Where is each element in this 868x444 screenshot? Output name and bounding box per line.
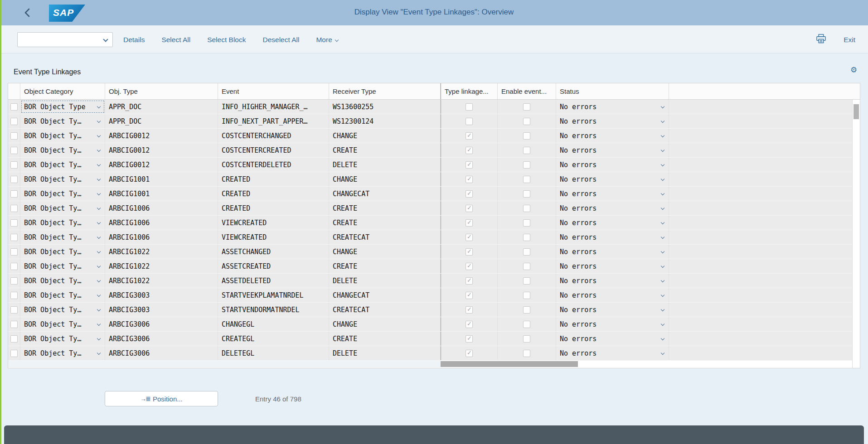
object-category-select[interactable]: BOR Object Ty… (20, 259, 105, 273)
status-select[interactable]: No errors (556, 303, 669, 317)
row-select-checkbox[interactable] (10, 277, 18, 285)
status-select[interactable]: No errors (556, 288, 669, 302)
status-select[interactable]: No errors (556, 245, 669, 259)
object-category-select[interactable]: BOR Object Ty… (20, 187, 105, 201)
row-select-checkbox[interactable] (10, 263, 18, 270)
vertical-scrollbar-thumb[interactable] (853, 104, 859, 119)
status-select[interactable]: No errors (556, 346, 669, 360)
object-category-select[interactable]: BOR Object Ty… (20, 288, 105, 302)
row-select-checkbox[interactable] (10, 306, 18, 314)
enable-event-checkbox[interactable] (523, 219, 530, 227)
print-button[interactable] (816, 34, 826, 45)
row-select-checkbox[interactable] (10, 335, 18, 343)
object-category-select[interactable]: BOR Object Ty… (20, 114, 105, 128)
type-linkage-checkbox[interactable] (466, 103, 473, 111)
header-obj-type[interactable]: Obj. Type (105, 83, 218, 99)
row-select-checkbox[interactable] (10, 132, 18, 140)
header-type-linkage[interactable]: Type linkage... (441, 83, 498, 99)
status-select[interactable]: No errors (556, 187, 669, 201)
enable-event-checkbox[interactable] (523, 176, 530, 183)
row-select-checkbox[interactable] (10, 118, 18, 125)
status-select[interactable]: No errors (556, 129, 669, 143)
enable-event-checkbox[interactable] (523, 292, 530, 299)
type-linkage-checkbox[interactable] (466, 306, 473, 314)
gear-icon[interactable]: ⚙ (850, 66, 857, 74)
type-linkage-checkbox[interactable] (466, 234, 473, 241)
type-linkage-checkbox[interactable] (466, 263, 473, 270)
deselect-all-button[interactable]: Deselect All (262, 36, 299, 44)
type-linkage-checkbox[interactable] (466, 190, 473, 198)
enable-event-checkbox[interactable] (523, 205, 530, 212)
type-linkage-checkbox[interactable] (466, 161, 473, 169)
type-linkage-checkbox[interactable] (466, 205, 473, 212)
enable-event-checkbox[interactable] (523, 161, 530, 169)
enable-event-checkbox[interactable] (523, 321, 530, 328)
type-linkage-checkbox[interactable] (466, 248, 473, 256)
status-select[interactable]: No errors (556, 259, 669, 273)
type-linkage-checkbox[interactable] (466, 321, 473, 328)
details-button[interactable]: Details (123, 36, 145, 44)
row-select-checkbox[interactable] (10, 205, 18, 212)
object-category-select[interactable]: BOR Object Ty… (20, 230, 105, 244)
header-receiver-type[interactable]: Receiver Type (329, 83, 441, 99)
enable-event-checkbox[interactable] (523, 263, 530, 270)
type-linkage-checkbox[interactable] (466, 147, 473, 154)
header-event[interactable]: Event (218, 83, 329, 99)
horizontal-scrollbar-thumb[interactable] (441, 361, 578, 367)
row-select-checkbox[interactable] (10, 161, 18, 169)
status-select[interactable]: No errors (556, 114, 669, 128)
object-category-select[interactable]: BOR Object Ty… (20, 317, 105, 331)
object-category-select[interactable]: BOR Object Ty… (20, 332, 105, 346)
type-linkage-checkbox[interactable] (466, 132, 473, 140)
header-enable-event[interactable]: Enable event... (498, 83, 556, 99)
row-select-checkbox[interactable] (10, 234, 18, 241)
type-linkage-checkbox[interactable] (466, 118, 473, 125)
header-status[interactable]: Status (556, 83, 669, 99)
object-category-select[interactable]: BOR Object Ty… (20, 245, 105, 259)
command-combobox[interactable] (17, 32, 113, 47)
enable-event-checkbox[interactable] (523, 103, 530, 111)
type-linkage-checkbox[interactable] (466, 219, 473, 227)
object-category-select[interactable]: BOR Object Ty… (20, 216, 105, 230)
status-select[interactable]: No errors (556, 158, 669, 172)
enable-event-checkbox[interactable] (523, 335, 530, 343)
object-category-select[interactable]: BOR Object Ty… (20, 129, 105, 143)
row-select-checkbox[interactable] (10, 292, 18, 299)
status-select[interactable]: No errors (556, 100, 669, 114)
horizontal-scrollbar[interactable] (8, 361, 852, 367)
object-category-select[interactable]: BOR Object Ty… (20, 346, 105, 360)
header-object-category[interactable]: Object Category (20, 83, 105, 99)
object-category-select[interactable]: BOR Object Ty… (20, 158, 105, 172)
enable-event-checkbox[interactable] (523, 118, 530, 125)
position-button[interactable]: →≣ Position... (105, 391, 218, 406)
vertical-scrollbar[interactable] (852, 100, 860, 368)
enable-event-checkbox[interactable] (523, 234, 530, 241)
row-select-checkbox[interactable] (10, 190, 18, 198)
type-linkage-checkbox[interactable] (466, 277, 473, 285)
object-category-select[interactable]: BOR Object Ty… (20, 274, 105, 288)
status-select[interactable]: No errors (556, 332, 669, 346)
enable-event-checkbox[interactable] (523, 306, 530, 314)
select-all-button[interactable]: Select All (161, 36, 190, 44)
exit-button[interactable]: Exit (844, 36, 855, 44)
type-linkage-checkbox[interactable] (466, 176, 473, 183)
row-select-checkbox[interactable] (10, 350, 18, 357)
row-select-checkbox[interactable] (10, 147, 18, 154)
object-category-select[interactable]: BOR Object Ty… (20, 303, 105, 317)
object-category-select[interactable]: BOR Object Ty… (20, 172, 105, 186)
row-select-checkbox[interactable] (10, 176, 18, 183)
enable-event-checkbox[interactable] (523, 248, 530, 256)
row-select-checkbox[interactable] (10, 103, 18, 111)
enable-event-checkbox[interactable] (523, 190, 530, 198)
enable-event-checkbox[interactable] (523, 132, 530, 140)
object-category-select[interactable]: BOR Object Ty… (20, 143, 105, 157)
row-select-checkbox[interactable] (10, 219, 18, 227)
select-block-button[interactable]: Select Block (207, 36, 246, 44)
object-category-select[interactable]: BOR Object Ty… (20, 201, 105, 215)
status-select[interactable]: No errors (556, 317, 669, 331)
type-linkage-checkbox[interactable] (466, 292, 473, 299)
status-select[interactable]: No errors (556, 201, 669, 215)
status-select[interactable]: No errors (556, 143, 669, 157)
enable-event-checkbox[interactable] (523, 277, 530, 285)
enable-event-checkbox[interactable] (523, 350, 530, 357)
